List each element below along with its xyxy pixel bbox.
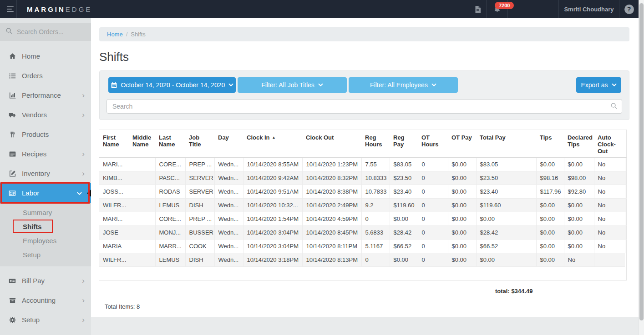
table-row: JOSS...RODASSERVERWedn...10/14/2020 9:51…: [99, 185, 627, 199]
sidebar-item-label: Products: [22, 130, 85, 138]
help-button[interactable]: ?: [619, 0, 639, 18]
shifts-table-section: First NameMiddle NameLast NameJob TitleD…: [99, 130, 627, 280]
sidebar-item-labor[interactable]: Labor: [0, 183, 91, 203]
table-cell: $23.50: [390, 171, 418, 185]
sidebar-item-label: Orders: [22, 72, 85, 80]
table-cell: 10.7833: [361, 185, 390, 199]
setup-icon: [8, 316, 17, 324]
breadcrumb-current: Shifts: [131, 31, 146, 38]
job-titles-filter-button[interactable]: Filter: All Job Titles: [238, 77, 347, 93]
column-header-clock-in[interactable]: Clock In▲: [243, 130, 302, 158]
sidebar-search[interactable]: [0, 23, 91, 41]
table-cell: 10/14/2020 2:49PM: [302, 199, 361, 212]
table-cell: Wedn...: [214, 253, 243, 267]
table-cell: 10/14/2020 4:59PM: [302, 212, 361, 226]
sidebar-item-label: Performance: [22, 91, 82, 99]
table-cell: $23.40: [476, 185, 536, 199]
table-cell: LEMUS: [155, 253, 185, 267]
column-header-last-name[interactable]: Last Name: [155, 130, 185, 158]
employees-filter-button[interactable]: Filter: All Employees: [349, 77, 458, 93]
vertical-scrollbar-track[interactable]: [639, 0, 644, 335]
table-cell: No: [594, 226, 625, 240]
table-cell-filler: [625, 171, 627, 185]
chevron-down-icon: [612, 83, 617, 87]
column-header-first-name[interactable]: First Name: [99, 130, 129, 158]
column-header-day[interactable]: Day: [214, 130, 243, 158]
column-header-reg-pay[interactable]: Reg Pay: [390, 130, 418, 158]
search-orders-input[interactable]: [17, 28, 85, 35]
sidebar-subitem-summary[interactable]: Summary: [0, 205, 91, 220]
sidebar-item-inventory[interactable]: Inventory›: [0, 164, 91, 183]
column-header-ot-hours[interactable]: OT Hours: [418, 130, 448, 158]
table-cell: [129, 226, 155, 240]
column-header-middle-name[interactable]: Middle Name: [129, 130, 155, 158]
home-icon: [8, 53, 17, 60]
table-cell: $117.96: [536, 185, 564, 199]
table-search-input[interactable]: [106, 99, 622, 114]
sidebar-item-performance[interactable]: Performance›: [0, 85, 91, 105]
table-cell: 9.2: [361, 199, 390, 212]
table-cell: 0: [418, 253, 448, 267]
search-icon: [5, 27, 13, 36]
chevron-right-icon: ›: [82, 316, 85, 324]
column-header-total-pay[interactable]: Total Pay: [476, 130, 536, 158]
table-cell: LEMUS: [155, 199, 185, 212]
table-cell: 10/14/2020 1:23PM: [302, 158, 361, 171]
table-cell-filler: [625, 212, 627, 226]
hamburger-menu-icon[interactable]: [0, 0, 17, 18]
table-cell: 10/14/2020 8:45PM: [302, 226, 361, 240]
notifications-bell[interactable]: 7200: [486, 0, 507, 18]
table-cell: $119.60: [390, 199, 418, 212]
sidebar-item-bill-pay[interactable]: Bill Pay›: [0, 271, 91, 290]
table-cell: JOSE: [99, 226, 129, 240]
column-header-reg-hours[interactable]: Reg Hours: [361, 130, 390, 158]
table-cell: 10/14/2020 8:11PM: [302, 240, 361, 253]
table-cell: $0.00: [448, 158, 476, 171]
sidebar-item-orders[interactable]: Orders: [0, 66, 91, 85]
total-items-count: Total Items: 8: [105, 303, 140, 310]
table-cell: [129, 185, 155, 199]
vertical-scrollbar-thumb[interactable]: [639, 3, 644, 320]
export-as-button[interactable]: Export as: [576, 77, 621, 93]
sidebar-item-label: Bill Pay: [22, 277, 82, 285]
sidebar-item-setup[interactable]: Setup›: [0, 310, 91, 330]
documents-icon[interactable]: [469, 0, 486, 18]
table-cell: $66.52: [390, 240, 418, 253]
sidebar-subitem-setup[interactable]: Setup: [0, 248, 91, 262]
table-cell: RODAS: [155, 185, 185, 199]
table-cell: $0.00: [448, 185, 476, 199]
labor-submenu: SummaryShiftsEmployeesSetup: [0, 203, 91, 266]
column-header-clock-out[interactable]: Clock Out: [302, 130, 361, 158]
table-cell: No: [594, 185, 625, 199]
table-cell: $0.00: [564, 240, 594, 253]
column-header-job-title[interactable]: Job Title: [185, 130, 214, 158]
table-cell-filler: [625, 158, 627, 171]
column-header-declared-tips[interactable]: Declared Tips: [564, 130, 594, 158]
column-header-ot-pay[interactable]: OT Pay: [448, 130, 476, 158]
sidebar-item-recipes[interactable]: Recipes›: [0, 144, 91, 164]
sidebar-subitem-shifts[interactable]: Shifts: [0, 220, 91, 234]
column-header-tips[interactable]: Tips: [536, 130, 564, 158]
sidebar-item-products[interactable]: Products: [0, 125, 91, 144]
sidebar-item-label: Inventory: [22, 170, 82, 177]
bill-pay-icon: [8, 277, 17, 285]
table-cell: Wedn...: [214, 171, 243, 185]
sidebar-item-home[interactable]: Home: [0, 46, 91, 66]
sidebar-subitem-employees[interactable]: Employees: [0, 234, 91, 248]
date-range-button[interactable]: October 14, 2020 - October 14, 2020: [108, 77, 236, 93]
breadcrumb-home-link[interactable]: Home: [107, 31, 123, 38]
table-cell: $66.52: [476, 240, 536, 253]
table-cell: MARI...: [99, 158, 129, 171]
user-menu[interactable]: Smriti Choudhary: [558, 0, 619, 18]
sidebar-item-accounting[interactable]: Accounting›: [0, 290, 91, 310]
breadcrumb: Home/Shifts: [99, 27, 629, 41]
table-cell: 0: [418, 199, 448, 212]
table-cell: CORE...: [155, 212, 185, 226]
sidebar-item-vendors[interactable]: Vendors›: [0, 105, 91, 125]
column-header-auto-clock-out[interactable]: Auto Clock-Out: [594, 130, 625, 158]
table-cell: No: [594, 158, 625, 171]
table-cell: 10/14/2020 8:38PM: [302, 185, 361, 199]
sidebar-item-central[interactable]: Central›: [0, 330, 91, 335]
table-cell: $0.00: [536, 253, 564, 267]
page-bottom-strip: [91, 317, 639, 335]
